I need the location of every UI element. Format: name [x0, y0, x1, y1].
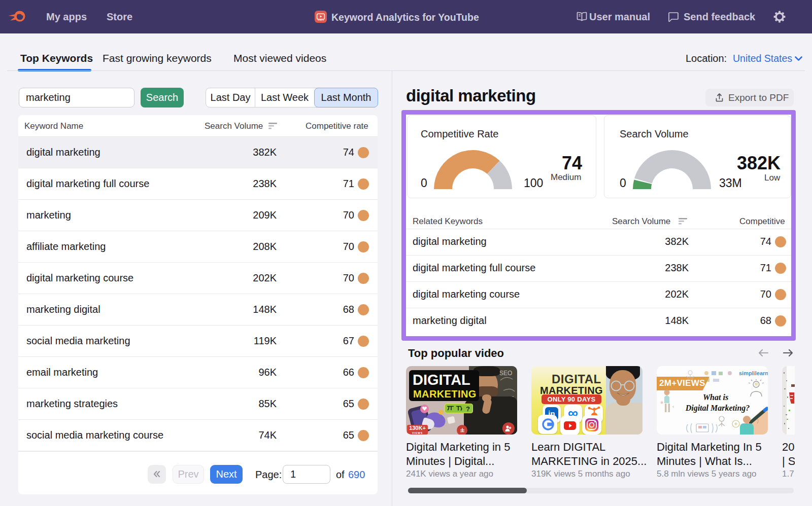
svg-text:SEO: SEO [499, 370, 512, 377]
svg-text:?: ? [466, 405, 470, 413]
